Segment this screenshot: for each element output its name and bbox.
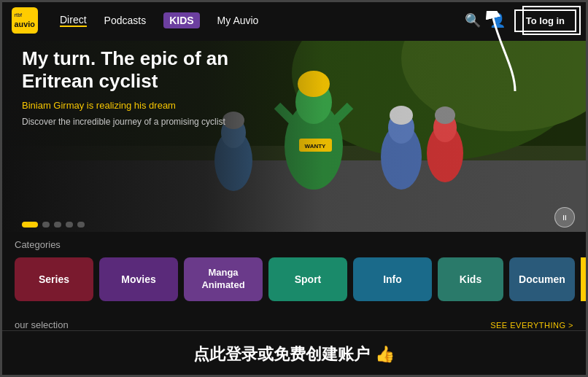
hero-content: My turn. The epic of an Eritrean cyclist… [22, 47, 270, 127]
category-info[interactable]: Info [353, 257, 432, 301]
category-movies[interactable]: Movies [99, 257, 178, 301]
navbar: rtbf auvio Direct Podcasts KIDS My Auvio… [0, 0, 588, 41]
categories-label: Categories [15, 239, 573, 250]
hero-title: My turn. The epic of an Eritrean cyclist [22, 47, 270, 93]
category-manga[interactable]: MangaAnimated [184, 257, 263, 301]
category-sport[interactable]: Sport [268, 257, 347, 301]
user-button[interactable]: 👤 [490, 12, 506, 28]
see-everything-link[interactable]: SEE EVERYTHING > [490, 321, 573, 330]
category-series[interactable]: Series [15, 257, 93, 301]
hero-dots [22, 222, 85, 228]
nav-links: Direct Podcasts KIDS My Auvio [60, 12, 465, 28]
login-button[interactable]: To log in [514, 9, 576, 32]
nav-right: 🔍 👤 To log in [465, 9, 576, 32]
nav-myauvio[interactable]: My Auvio [217, 15, 259, 26]
our-selection-label: our selection [15, 319, 69, 330]
nav-podcasts[interactable]: Podcasts [104, 15, 147, 26]
logo[interactable]: rtbf auvio [12, 7, 42, 34]
auvio-logo: rtbf auvio [12, 7, 38, 34]
hero-dot-3[interactable] [54, 222, 61, 228]
bottom-banner[interactable]: 点此登录或免费创建账户 👍 [0, 330, 588, 377]
search-button[interactable]: 🔍 [465, 12, 481, 28]
hero-dot-5[interactable] [77, 222, 85, 228]
svg-text:rtbf: rtbf [15, 12, 23, 18]
pause-button[interactable]: ⏸ [554, 207, 575, 228]
svg-text:auvio: auvio [15, 20, 36, 28]
hero-description: Discover the incredible journey of a pro… [22, 117, 270, 127]
hero-dot-4[interactable] [66, 222, 73, 228]
hero-dot-2[interactable] [42, 222, 50, 228]
category-kids[interactable]: Kids [438, 257, 503, 301]
categories-next-button[interactable]: › [581, 257, 588, 301]
categories-row: Series Movies MangaAnimated Sport Info K… [15, 257, 573, 301]
hero-subtitle: Biniam Girmay is realizing his dream [22, 100, 270, 111]
hero-dot-1[interactable] [22, 222, 38, 228]
nav-kids[interactable]: KIDS [163, 12, 199, 28]
category-docs[interactable]: Documen [509, 257, 575, 301]
categories-section: Categories Series Movies MangaAnimated S… [0, 232, 588, 308]
nav-direct[interactable]: Direct [60, 14, 87, 27]
